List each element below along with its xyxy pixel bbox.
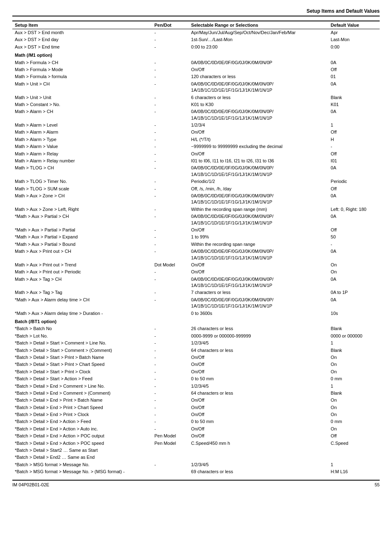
cell-default: C.Speed <box>328 440 380 447</box>
cell-pendot: - <box>152 185 189 192</box>
cell-pendot: - <box>152 29 189 37</box>
table-row: Math > Alarm > CH-0A/0B/0C/0D/0E/0F/0G/0… <box>12 108 380 122</box>
table-row: Math > Formula > CH-0A/0B/0C/0D/0E/0F/0G… <box>12 59 380 66</box>
cell-default: On <box>328 397 380 404</box>
table-row: *Math > Aux > Partial > Bound-Within the… <box>12 241 380 248</box>
cell-default: Off <box>328 185 380 192</box>
cell-pendot: - <box>152 94 189 101</box>
cell-pendot: - <box>152 73 189 80</box>
cell-range: 0 to 3600s <box>189 310 328 317</box>
header-setup: Setup Item <box>12 21 152 29</box>
cell-pendot <box>152 317 189 325</box>
cell-default: Periodic <box>328 178 380 185</box>
cell-setup-item: *Batch > Detail > End > Comment > (Comme… <box>12 390 152 397</box>
cell-default: 0:00 <box>328 44 380 51</box>
cell-range: On/Off <box>189 129 328 136</box>
cell-range: I01 to I06, I11 to I16, I21 to I26, I31 … <box>189 157 328 164</box>
cell-pendot: - <box>152 122 189 129</box>
cell-range: −9999999 to 99999999 excluding the decim… <box>189 143 328 150</box>
cell-default: Blank <box>328 390 380 397</box>
cell-pendot: - <box>152 157 189 164</box>
header-range: Selectable Range or Selections <box>189 21 328 29</box>
cell-range: 0 to 50 mm <box>189 418 328 425</box>
table-row: Aux > DST > End day-1st-Sun/…/Last-MonLa… <box>12 36 380 43</box>
cell-pendot: - <box>152 234 189 240</box>
table-row: *Batch > Detail > End2 … Same as End <box>12 454 380 461</box>
cell-default: H <box>328 136 380 143</box>
cell-default: Blank <box>328 325 380 332</box>
table-row: *Batch > Detail > End > Action > Feed-0 … <box>12 418 380 425</box>
cell-default: Blank <box>328 94 380 101</box>
cell-range: Within the recording span range <box>189 241 328 248</box>
cell-default: Blank <box>328 347 380 354</box>
cell-setup-item: Math > Aux > Tag > CH <box>12 276 152 289</box>
cell-setup-item: Math (/M1 option) <box>12 51 152 59</box>
footer: IM 04P02B01-02E 55 <box>12 480 380 487</box>
cell-default: 01 <box>328 73 380 80</box>
table-row: *Math > Aux > Partial > Expand-1 to 99%5… <box>12 234 380 240</box>
cell-pendot: - <box>152 383 189 390</box>
cell-default: On <box>328 404 380 411</box>
table-row: *Batch > Detail > End > Action > POC spe… <box>12 440 380 447</box>
cell-range: 1/2/3/4/5 <box>189 383 328 390</box>
cell-setup-item: *Batch > Batch No <box>12 325 152 332</box>
cell-setup-item: *Math > Aux > Partial > Expand <box>12 234 152 240</box>
header-pendot: Pen/Dot <box>152 21 189 29</box>
cell-pendot: - <box>152 59 189 66</box>
cell-pendot: - <box>152 108 189 122</box>
cell-setup-item: *Batch > Detail > Start > Comment > (Com… <box>12 347 152 354</box>
cell-pendot: - <box>152 81 189 94</box>
cell-default: 0000 or 000000 <box>328 333 380 340</box>
footer-right: 55 <box>375 482 380 487</box>
table-row: Math > TLOG > SUM scale-Off, /s, /min, /… <box>12 185 380 192</box>
cell-setup-item: Math > TLOG > Timer No. <box>12 178 152 185</box>
cell-range: 0A/0B/0C/0D/0E/0F/0G/0J/0K/0M/0N/0P/1A/1… <box>189 276 328 289</box>
cell-pendot: - <box>152 411 189 418</box>
cell-pendot: - <box>152 129 189 136</box>
cell-range: 0:00 to 23:00 <box>189 44 328 51</box>
cell-setup-item: Aux > DST > End month <box>12 29 152 37</box>
cell-setup-item: *Batch > MSG format > Message No. > (MSG… <box>12 468 152 475</box>
cell-default: 0A <box>328 81 380 94</box>
cell-pendot: - <box>152 354 189 361</box>
cell-range: On/Off <box>189 368 328 375</box>
table-row: Math > Aux > Print out > TrendDot ModelO… <box>12 261 380 268</box>
cell-pendot: - <box>152 375 189 382</box>
cell-setup-item: *Batch > Detail > End > Comment > Line N… <box>12 383 152 390</box>
cell-range: 0 to 50 mm <box>189 375 328 382</box>
cell-default: On <box>328 261 380 268</box>
cell-pendot: - <box>152 325 189 332</box>
table-row: Math > Aux > Print out > CH-0A/0B/0C/0D/… <box>12 248 380 261</box>
cell-pendot: - <box>152 333 189 340</box>
cell-range: 1 to 99% <box>189 234 328 240</box>
cell-default: On <box>328 268 380 275</box>
table-row: *Batch > Detail > End > Action > Auto in… <box>12 426 380 432</box>
cell-default: 0A to 1P <box>328 289 380 296</box>
cell-pendot: - <box>152 101 189 108</box>
cell-setup-item: Math > Alarm > Relay number <box>12 157 152 164</box>
cell-default <box>328 454 380 461</box>
table-row: *Batch > Detail > Start2 … Same as Start <box>12 447 380 454</box>
cell-setup-item: *Batch > Lot No. <box>12 333 152 340</box>
cell-range: On/Off <box>189 227 328 234</box>
cell-range: On/Off <box>189 354 328 361</box>
cell-default: Last-Mon <box>328 36 380 43</box>
cell-default: K01 <box>328 101 380 108</box>
cell-default: - <box>328 143 380 150</box>
cell-range: K01 to K30 <box>189 101 328 108</box>
cell-range: 69 characters or less <box>189 468 328 475</box>
table-row: Math > Aux > Zone > CH-0A/0B/0C/0D/0E/0F… <box>12 192 380 206</box>
page-title: Setup Items and Default Values <box>12 8 380 16</box>
table-row: Math > Unit > CH-0A/0B/0C/0D/0E/0F/0G/0J… <box>12 81 380 94</box>
cell-default: On <box>328 361 380 368</box>
cell-pendot: - <box>152 361 189 368</box>
table-row: Math > Formula > Mode-On/OffOff <box>12 66 380 73</box>
cell-default: H:M L16 <box>328 468 380 475</box>
table-row: *Math > Aux > Alarm delay time > CH-0A/0… <box>12 296 380 310</box>
cell-default: I01 <box>328 157 380 164</box>
cell-default: 0A <box>328 164 380 178</box>
cell-default: 0A <box>328 108 380 122</box>
table-row: Math > Aux > Print out > Periodic-On/Off… <box>12 268 380 275</box>
cell-setup-item: *Batch > Detail > Start > Print > Batch … <box>12 354 152 361</box>
cell-pendot: - <box>152 44 189 51</box>
